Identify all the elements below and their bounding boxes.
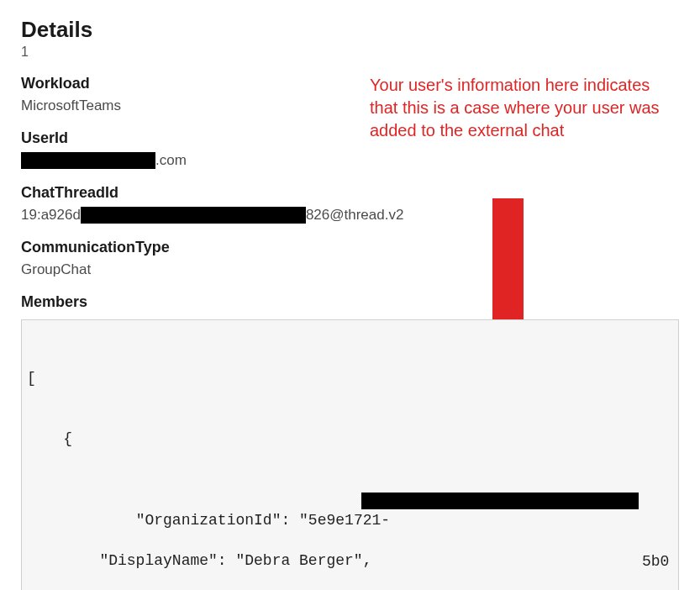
userid-value: .com — [21, 152, 679, 169]
chatthreadid-value: 19:a926d826@thread.v2 — [21, 207, 679, 224]
redaction-bar — [361, 493, 639, 509]
code-line: "OrganizationId": "5e9e1721- — [63, 512, 390, 529]
code-line: "DisplayName": "Debra Berger", — [27, 552, 371, 569]
result-count: 1 — [21, 45, 679, 60]
commtype-label: CommunicationType — [21, 239, 679, 256]
code-line: [ — [27, 370, 36, 387]
chatthreadid-prefix: 19:a926d — [21, 207, 81, 224]
redaction-bar — [21, 152, 155, 169]
code-line: { — [27, 430, 72, 447]
annotation-text: Your user's information here indicates t… — [370, 74, 660, 142]
chatthreadid-label: ChatThreadId — [21, 184, 679, 202]
chatthreadid-suffix: 826@thread.v2 — [306, 207, 404, 224]
members-label: Members — [21, 293, 679, 311]
page-title: Details — [21, 17, 679, 43]
commtype-value: GroupChat — [21, 261, 679, 278]
userid-suffix: .com — [155, 152, 187, 169]
field-members: Members — [21, 293, 679, 311]
field-chatthreadid: ChatThreadId 19:a926d826@thread.v2 — [21, 184, 679, 224]
redaction-bar — [81, 207, 306, 224]
members-json-block: [ { "OrganizationId": "5e9e1721- 5b0 "Di… — [21, 319, 679, 590]
field-communicationtype: CommunicationType GroupChat — [21, 239, 679, 278]
